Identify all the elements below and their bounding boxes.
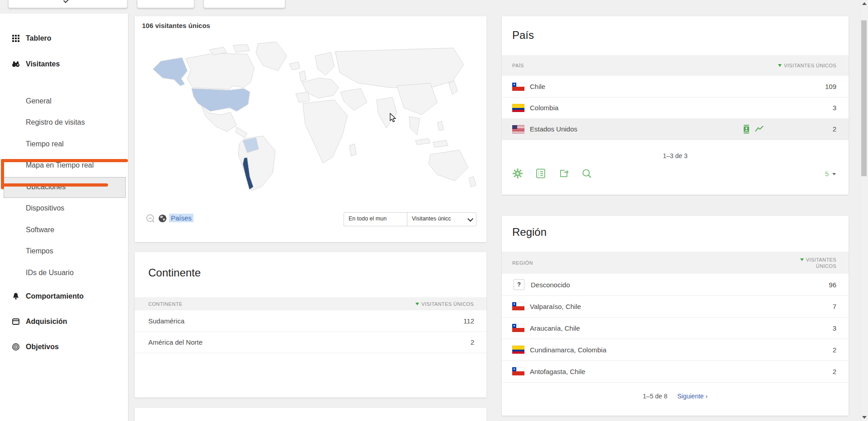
column-visitantes-unicos[interactable]: VISITANTES ÚNICOS xyxy=(415,301,474,307)
binoculars-icon xyxy=(12,60,20,68)
map-country[interactable] xyxy=(433,140,448,148)
sidebar-item-software[interactable]: Software xyxy=(0,223,128,237)
sidebar-item-tiempo-real[interactable]: Tiempo real xyxy=(0,137,128,151)
column-region[interactable]: REGIÓN xyxy=(512,260,533,266)
row-value: 3 xyxy=(833,324,836,332)
map-country[interactable] xyxy=(469,177,476,187)
map-metric-value: Visitantes únicc xyxy=(412,215,451,222)
sidebar-item-visitantes[interactable]: Visitantes xyxy=(0,57,128,71)
row-label: Chile xyxy=(530,83,545,90)
map-country-usa[interactable] xyxy=(192,89,250,112)
world-map[interactable] xyxy=(143,36,478,200)
sidebar-item-label: Tablero xyxy=(26,31,52,46)
map-country[interactable] xyxy=(449,80,458,94)
annotation-bottom-stroke xyxy=(1,183,108,187)
table-row[interactable]: ? Desconocido 96 xyxy=(502,274,849,296)
map-country[interactable] xyxy=(397,83,438,115)
row-label: Antofagasta, Chile xyxy=(530,368,585,375)
table-footer-icons xyxy=(512,168,592,179)
sidebar-item-general[interactable]: General xyxy=(0,94,128,108)
map-country[interactable] xyxy=(335,48,464,89)
site-selector-input[interactable] xyxy=(8,0,127,8)
sidebar-item-tiempos[interactable]: Tiempos xyxy=(0,244,128,258)
table-row[interactable]: Antofagasta, Chile 2 xyxy=(502,360,849,383)
column-visitantes-unicos[interactable]: VISITANTES ÚNICOS xyxy=(778,63,836,68)
table-row[interactable]: Araucanía, Chile 3 xyxy=(502,317,849,339)
country-widget: País PAÍS VISITANTES ÚNICOS Chile 109 Co… xyxy=(502,16,849,195)
map-country[interactable] xyxy=(185,53,254,89)
map-metric-select[interactable]: Visitantes únicc xyxy=(407,212,476,226)
sidebar-item-registro-de-visitas[interactable]: Registro de visitas xyxy=(0,115,128,130)
continent-widget: Continente CONTINENTE VISITANTES ÚNICOS … xyxy=(135,252,486,398)
map-country[interactable] xyxy=(415,139,430,145)
map-country[interactable] xyxy=(236,127,247,137)
sidebar-item-dispositivos[interactable]: Dispositivos xyxy=(0,201,128,215)
rows-per-page-select[interactable]: 5 xyxy=(825,170,836,178)
column-pais[interactable]: PAÍS xyxy=(512,63,524,68)
search-icon xyxy=(63,0,69,3)
scrollbar-thumb[interactable] xyxy=(861,20,867,176)
table-row[interactable]: Colombia 3 xyxy=(502,97,849,119)
gear-icon[interactable] xyxy=(512,168,523,179)
column-visitantes-unicos[interactable]: VISITANTES ÚNICOS xyxy=(800,257,836,269)
scroll-up-icon[interactable] xyxy=(862,2,867,5)
map-country[interactable] xyxy=(437,121,443,131)
chevron-down-icon xyxy=(832,173,836,175)
map-country[interactable] xyxy=(349,144,357,156)
region-title: Región xyxy=(512,226,547,239)
table-row[interactable]: Cundinamarca, Colombia 2 xyxy=(502,339,849,361)
chart-icon[interactable] xyxy=(755,125,764,133)
export-icon[interactable] xyxy=(558,168,569,179)
row-label: América del Norte xyxy=(148,338,203,346)
sidebar-item-tablero[interactable]: Tablero xyxy=(0,31,128,46)
table-row[interactable]: Chile 109 xyxy=(502,76,849,98)
map-scope-select[interactable]: En todo el mun xyxy=(344,212,416,226)
search-icon[interactable] xyxy=(581,168,592,179)
column-continente[interactable]: CONTINENTE xyxy=(148,301,183,307)
annotation-top-stroke xyxy=(1,159,128,162)
table-row[interactable]: Valparaíso, Chile 7 xyxy=(502,295,849,318)
map-country[interactable] xyxy=(315,52,335,75)
country-pagination: 1–3 de 3 xyxy=(502,152,849,159)
map-country[interactable] xyxy=(233,44,250,52)
date-selector-input[interactable] xyxy=(137,0,194,8)
map-country[interactable] xyxy=(302,100,347,163)
unknown-region-icon: ? xyxy=(514,279,524,290)
map-country[interactable] xyxy=(377,97,397,128)
sort-desc-icon xyxy=(800,258,804,261)
map-country-alaska[interactable] xyxy=(153,58,187,86)
map-country[interactable] xyxy=(340,89,367,111)
table-row-hovered[interactable]: Estados Unidos 2 xyxy=(502,118,849,140)
map-country[interactable] xyxy=(296,92,310,103)
map-country[interactable] xyxy=(289,62,300,70)
map-country[interactable] xyxy=(409,117,420,135)
sidebar-item-label: Visitantes xyxy=(26,57,60,71)
map-country[interactable] xyxy=(256,42,287,71)
continent-table-header: CONTINENTE VISITANTES ÚNICOS xyxy=(135,297,486,310)
sidebar-item-ubicaciones-selected[interactable]: Ubicaciones xyxy=(4,177,126,198)
table-icon[interactable] xyxy=(535,168,546,179)
row-value: 109 xyxy=(825,83,836,90)
pagination-text: 1–5 de 8 xyxy=(643,393,668,400)
scroll-down-icon[interactable] xyxy=(862,416,867,419)
visitor-map-widget: 106 visitantes únicos xyxy=(135,16,486,242)
sidebar-item-comportamiento[interactable]: Comportamiento xyxy=(0,289,128,304)
map-level-paises-link[interactable]: Países xyxy=(169,214,193,222)
segment-selector-input[interactable] xyxy=(203,0,285,8)
grid-icon xyxy=(12,34,20,42)
vertical-scrollbar[interactable] xyxy=(860,0,868,421)
rows-per-page-value: 5 xyxy=(825,170,829,178)
row-value: 2 xyxy=(833,346,836,354)
partial-next-widget xyxy=(135,408,486,421)
sidebar-item-objetivos[interactable]: Objetivos xyxy=(0,340,128,354)
table-row[interactable]: Sudamérica 112 xyxy=(135,310,486,332)
map-country[interactable] xyxy=(429,150,468,181)
zoom-out-icon[interactable] xyxy=(146,214,156,224)
sidebar-item-label: Ubicaciones xyxy=(26,178,66,196)
sidebar-item-adquisicion[interactable]: Adquisición xyxy=(0,314,128,329)
next-page-link[interactable]: Siguiente › xyxy=(677,393,708,400)
sidebar-item-ids-de-usuario[interactable]: IDs de Usuario xyxy=(0,266,128,280)
visitor-profile-icon[interactable] xyxy=(742,125,751,134)
table-row[interactable]: América del Norte 2 xyxy=(135,332,486,353)
map-country[interactable] xyxy=(299,71,307,81)
